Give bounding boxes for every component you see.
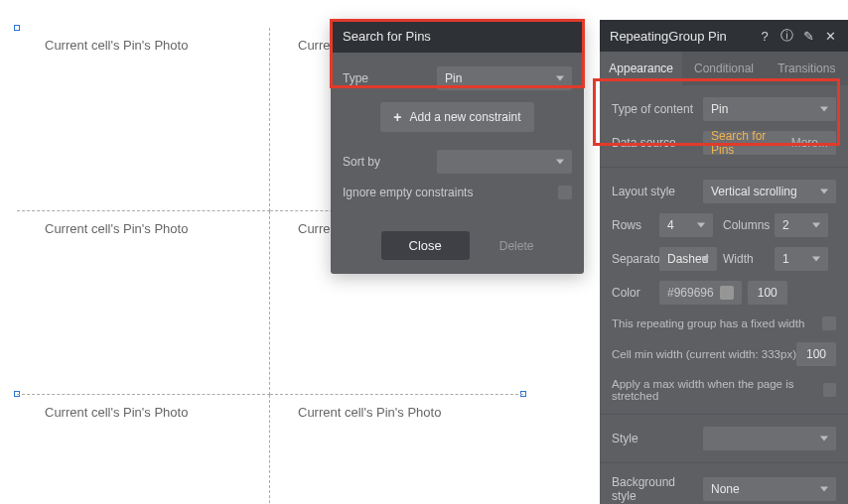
section-style: Style	[600, 415, 848, 463]
columns-select[interactable]: 2	[775, 213, 828, 237]
chevron-down-icon	[697, 223, 705, 228]
separator-label: Separato	[612, 252, 659, 266]
type-select-value: Pin	[445, 71, 462, 85]
bg-style-value: None	[711, 482, 740, 496]
tab-appearance[interactable]: Appearance	[600, 52, 682, 85]
type-of-content-label: Type of content	[612, 102, 703, 116]
cell-placeholder-text: Current cell's Pin's Photo	[45, 221, 188, 236]
ignore-empty-label: Ignore empty constraints	[343, 186, 473, 199]
chevron-down-icon	[556, 76, 564, 81]
chevron-down-icon	[820, 107, 828, 112]
plus-icon: +	[393, 109, 401, 125]
close-button[interactable]: Close	[381, 231, 470, 260]
max-width-checkbox[interactable]	[823, 383, 836, 397]
tab-transitions[interactable]: Transitions	[766, 52, 848, 85]
data-source-value: Search for Pins	[711, 129, 790, 157]
fixed-width-label: This repeating group has a fixed width	[612, 317, 804, 329]
bg-style-label: Background style	[612, 475, 703, 503]
search-popup: Search for Pins Type Pin + Add a new con…	[331, 20, 584, 274]
property-tabs: Appearance Conditional Transitions	[600, 52, 848, 85]
rg-cell[interactable]: Current cell's Pin's Photo	[17, 28, 270, 211]
color-opacity-value: 100	[758, 286, 777, 300]
color-picker[interactable]: #969696	[659, 281, 742, 305]
rg-cell[interactable]: Current cell's Pin's Photo	[17, 211, 270, 395]
rows-label: Rows	[612, 218, 659, 232]
section-background: Background style None Define each border…	[600, 463, 848, 504]
rows-select[interactable]: 4	[659, 213, 713, 237]
element-title: RepeatingGroup Pin	[610, 29, 751, 44]
data-source-label: Data source	[612, 136, 703, 150]
comment-icon[interactable]: ✎	[800, 28, 816, 44]
info-icon[interactable]: ⓘ	[778, 28, 794, 44]
property-editor: RepeatingGroup Pin ? ⓘ ✎ ✕ Appearance Co…	[600, 20, 848, 504]
property-editor-header[interactable]: RepeatingGroup Pin ? ⓘ ✎ ✕	[600, 20, 848, 52]
cell-placeholder-text: Current cell's Pin's Photo	[45, 405, 188, 420]
type-select[interactable]: Pin	[437, 66, 572, 90]
color-hex: #969696	[667, 286, 714, 300]
layout-style-value: Vertical scrolling	[711, 185, 797, 198]
chevron-down-icon	[812, 223, 820, 228]
color-label: Color	[612, 286, 659, 300]
chevron-down-icon	[820, 487, 828, 492]
delete-button[interactable]: Delete	[499, 239, 534, 253]
cell-placeholder-text: Current cell's Pin's Photo	[298, 405, 441, 420]
section-content: Type of content Pin Data source Search f…	[600, 85, 848, 168]
separator-select[interactable]: Dashed	[659, 247, 717, 271]
rg-cell[interactable]: Current cell's Pin's Photo	[270, 395, 523, 504]
ignore-empty-checkbox[interactable]	[558, 186, 572, 199]
max-width-label: Apply a max width when the page is stret…	[612, 378, 823, 402]
cell-min-width-label: Cell min width (current width: 333px)	[612, 348, 796, 360]
columns-label: Columns	[723, 218, 775, 232]
cell-placeholder-text: Current cell's Pin's Photo	[45, 38, 188, 53]
layout-style-select[interactable]: Vertical scrolling	[703, 180, 836, 203]
style-select[interactable]	[703, 427, 836, 450]
help-icon[interactable]: ?	[757, 28, 773, 44]
chevron-down-icon	[820, 189, 828, 194]
sort-by-select[interactable]	[437, 150, 572, 174]
cell-min-width-input[interactable]: 100	[796, 342, 836, 366]
color-opacity-input[interactable]: 100	[748, 281, 787, 305]
chevron-down-icon	[812, 257, 820, 262]
rows-value: 4	[667, 218, 674, 232]
layout-style-label: Layout style	[612, 185, 703, 198]
type-label: Type	[343, 71, 437, 85]
bg-style-select[interactable]: None	[703, 477, 836, 501]
border-width-value: 1	[782, 252, 789, 266]
rg-cell[interactable]: Current cell's Pin's Photo	[17, 395, 270, 504]
data-source-more: More...	[791, 136, 828, 150]
chevron-down-icon	[701, 257, 709, 262]
chevron-down-icon	[556, 160, 564, 165]
add-constraint-button[interactable]: + Add a new constraint	[380, 102, 534, 132]
cell-min-width-value: 100	[806, 347, 826, 361]
fixed-width-checkbox[interactable]	[822, 316, 836, 330]
tab-conditional[interactable]: Conditional	[682, 52, 765, 85]
style-label: Style	[612, 432, 703, 445]
chevron-down-icon	[820, 437, 828, 441]
border-width-select[interactable]: 1	[775, 247, 828, 271]
section-layout: Layout style Vertical scrolling Rows 4 C…	[600, 168, 848, 415]
add-constraint-label: Add a new constraint	[410, 110, 521, 124]
search-popup-title[interactable]: Search for Pins	[331, 20, 584, 53]
type-of-content-select[interactable]: Pin	[703, 97, 836, 121]
data-source-expression[interactable]: Search for Pins More...	[703, 131, 836, 155]
type-of-content-value: Pin	[711, 102, 728, 116]
sort-by-label: Sort by	[343, 155, 437, 169]
close-icon[interactable]: ✕	[822, 28, 838, 44]
border-width-label: Width	[723, 252, 775, 266]
color-swatch	[720, 286, 734, 300]
columns-value: 2	[782, 218, 789, 232]
